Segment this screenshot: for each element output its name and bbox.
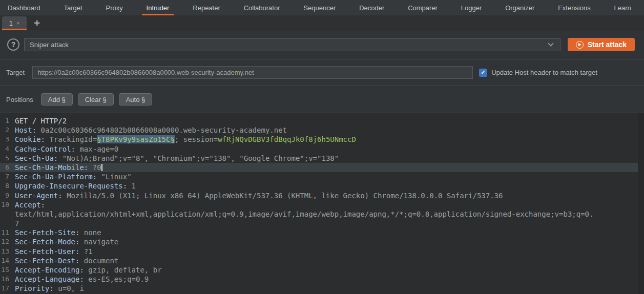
nav-tab-extensions[interactable]: Extensions [552,0,596,15]
request-line-2[interactable]: 2Host: 0a2c00c60366c964802b0866008a0000.… [0,125,644,135]
segment-val: max-age=0 [75,145,118,153]
line-content: Accept-Language: es-ES,es;q=0.9 [12,275,149,284]
main-nav: DashboardTargetProxyIntruderRepeaterColl… [0,0,644,15]
request-line-wrap[interactable]: 7 [0,219,644,228]
segment-hname: Priority: [15,284,54,292]
request-line-11[interactable]: 11Sec-Fetch-Site: none [0,228,644,237]
segment-val: ; session= [175,135,218,143]
segment-hname: Cookie: [15,135,45,143]
new-attack-tab-button[interactable]: + [27,16,47,30]
update-host-header-label: Update Host header to match target [491,69,597,76]
nav-tab-dashboard[interactable]: Dashboard [2,0,46,15]
request-line-wrap[interactable]: text/html,application/xhtml+xml,applicat… [0,209,644,219]
nav-tab-learn[interactable]: Learn [609,0,637,15]
nav-tab-logger[interactable]: Logger [455,0,487,15]
line-content: Sec-Fetch-User: ?1 [12,247,93,256]
line-content: User-Agent: Mozilla/5.0 (X11; Linux x86_… [12,191,503,200]
request-line-5[interactable]: 5Sec-Ch-Ua: "Not)A;Brand";v="8", "Chromi… [0,154,644,163]
text-cursor [101,164,102,171]
segment-hname: User-Agent: [15,192,63,200]
line-number: 1 [0,116,12,125]
segment-val: none [79,228,101,237]
editor-scrollbar-track[interactable] [638,113,644,294]
request-line-4[interactable]: 4Cache-Control: max-age=0 [0,144,644,154]
request-line-17[interactable]: 17Priority: u=0, i [0,284,644,293]
clear-payload-marker-button[interactable]: Clear § [78,93,114,106]
line-content: Accept-Encoding: gzip, deflate, br [12,265,162,275]
segment-val: 7 [15,219,19,227]
start-attack-button[interactable]: ▶ Start attack [568,38,635,51]
request-line-1[interactable]: 1GET / HTTP/2 [0,116,644,125]
request-line-15[interactable]: 15Accept-Encoding: gzip, deflate, br [0,265,644,275]
segment-val: Mozilla/5.0 (X11; Linux x86_64) AppleWeb… [63,192,503,200]
line-content: Sec-Ch-Ua-Platform: "Linux" [12,172,132,181]
segment-val: document [79,257,118,265]
attack-tab-1[interactable]: 1 × [2,16,27,30]
segment-val: navigate [79,238,118,246]
target-url-input[interactable]: https://0a2c00c60366c964802b0866008a0000… [32,66,473,79]
line-number: 8 [0,181,12,191]
segment-reqline: GET / HTTP/2 [15,117,67,125]
chevron-down-icon [548,40,553,46]
segment-hname: Sec-Fetch-Dest: [15,257,79,265]
nav-tab-comparer[interactable]: Comparer [402,0,443,15]
segment-hname: Cache-Control: [15,145,75,153]
nav-tab-collaborator[interactable]: Collaborator [238,0,286,15]
segment-val: "Not)A;Brand";v="8", "Chromium";v="138",… [58,154,339,162]
line-number: 7 [0,172,12,181]
line-content: Sec-Fetch-Mode: navigate [12,237,118,246]
line-content: Upgrade-Insecure-Requests: 1 [12,181,136,191]
nav-tab-target[interactable]: Target [58,0,88,15]
request-line-7[interactable]: 7Sec-Ch-Ua-Platform: "Linux" [0,172,644,181]
segment-val: 1 [127,182,136,190]
request-line-3[interactable]: 3Cookie: TrackingId=§T8PKv9y9sasZo15C§; … [0,135,644,144]
segment-hname: Sec-Ch-Ua-Platform: [15,173,97,181]
nav-tab-repeater[interactable]: Repeater [187,0,225,15]
request-line-13[interactable]: 13Sec-Fetch-User: ?1 [0,247,644,256]
burp-intruder-window: DashboardTargetProxyIntruderRepeaterColl… [0,0,644,294]
attack-tab-label: 1 [9,19,13,27]
add-payload-marker-button[interactable]: Add § [41,93,73,106]
segment-val: text/html,application/xhtml+xml,applicat… [15,210,593,218]
request-line-10[interactable]: 10Accept: [0,200,644,209]
segment-val: 0a2c00c60366c964802b0866008a0000.web-sec… [36,126,287,134]
request-line-14[interactable]: 14Sec-Fetch-Dest: document [0,256,644,265]
request-line-9[interactable]: 9User-Agent: Mozilla/5.0 (X11; Linux x86… [0,191,644,200]
line-number [0,209,12,219]
segment-val: TrackingId= [45,135,97,143]
nav-tab-organizer[interactable]: Organizer [500,0,540,15]
line-number: 2 [0,125,12,135]
update-host-header-checkbox[interactable]: ✓ [479,69,487,77]
line-content: 7 [12,219,19,228]
line-content: Sec-Fetch-Site: none [12,228,101,237]
segment-val: es-ES,es;q=0.9 [84,275,149,283]
segment-val: ?1 [79,247,92,256]
request-line-6[interactable]: 6Sec-Ch-Ua-Mobile: ?0 [0,163,644,172]
close-tab-icon[interactable]: × [16,20,19,26]
positions-toolbar: Positions Add §Clear §Auto § [0,86,644,113]
segment-token: wfRjNQvDGBV3fdBqqJk0f8j6h5UNmccD [218,135,356,143]
line-number: 10 [0,200,12,209]
request-line-8[interactable]: 8Upgrade-Insecure-Requests: 1 [0,181,644,191]
request-editor[interactable]: 1GET / HTTP/22Host: 0a2c00c60366c964802b… [0,113,644,294]
nav-tab-sequencer[interactable]: Sequencer [298,0,341,15]
segment-hname: Sec-Fetch-Site: [15,228,79,237]
line-number: 17 [0,284,12,293]
attack-type-select[interactable]: Sniper attack [24,38,560,51]
line-number: 12 [0,237,12,246]
segment-val: "Linux" [97,173,131,181]
request-line-16[interactable]: 16Accept-Language: es-ES,es;q=0.9 [0,275,644,284]
auto-payload-marker-button[interactable]: Auto § [119,93,153,106]
help-icon[interactable]: ? [7,38,19,51]
line-number: 3 [0,135,12,144]
nav-tab-proxy[interactable]: Proxy [100,0,129,15]
nav-tab-decoder[interactable]: Decoder [354,0,390,15]
start-attack-label: Start attack [588,40,627,49]
request-line-12[interactable]: 12Sec-Fetch-Mode: navigate [0,237,644,246]
line-content: Sec-Ch-Ua-Mobile: ?0 [12,163,102,172]
segment-hname: Host: [15,126,36,134]
attack-tab-strip: 1 × + [0,15,644,30]
line-content: Accept: [12,200,45,209]
nav-tab-intruder[interactable]: Intruder [141,0,175,15]
line-content: Sec-Ch-Ua: "Not)A;Brand";v="8", "Chromiu… [12,154,339,163]
